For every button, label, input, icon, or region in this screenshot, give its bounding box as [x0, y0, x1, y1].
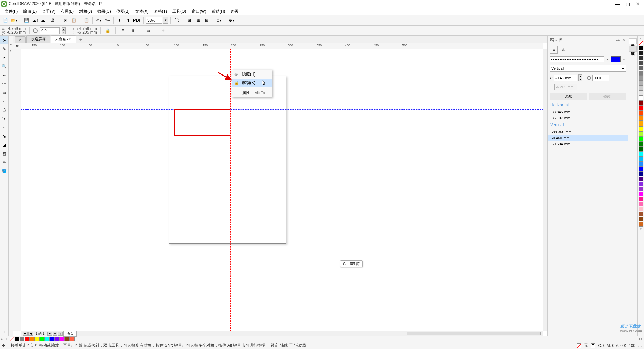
color-swatch[interactable]	[639, 111, 643, 116]
guide-vertical-selected[interactable]	[230, 49, 231, 331]
tab-document[interactable]: 未命名 -1*	[51, 35, 76, 43]
align-icon[interactable]: ⊞	[119, 27, 127, 35]
menu-bitmap[interactable]: 位图(B)	[114, 8, 132, 15]
guide-vertical[interactable]	[174, 49, 174, 331]
tab-welcome[interactable]: 欢迎屏幕	[26, 35, 50, 43]
vtab-guidelines[interactable]: 辅助线	[629, 46, 637, 52]
publish-pdf-icon[interactable]: PDF	[133, 16, 141, 24]
cloud-down-icon[interactable]: ☁↓	[40, 16, 48, 24]
open-icon[interactable]: 📂▾	[10, 16, 18, 24]
color-swatch[interactable]	[639, 126, 643, 131]
paste-icon[interactable]: 📋	[70, 16, 78, 24]
zoom-dropdown-icon[interactable]: ▼	[163, 17, 168, 24]
new-doc-icon[interactable]: 📄	[1, 16, 9, 24]
doc-palette-menu-icon[interactable]: ▸	[1, 337, 3, 341]
color-swatch[interactable]	[639, 136, 643, 141]
color-swatch[interactable]	[639, 146, 643, 151]
page-prev-icon[interactable]: ◀	[28, 332, 33, 336]
color-swatch[interactable]	[639, 76, 643, 81]
tab-add-icon[interactable]: +	[77, 37, 85, 43]
doc-color-swatch[interactable]	[20, 337, 24, 341]
color-swatch[interactable]	[639, 177, 643, 181]
guides-icon[interactable]: ⊟	[203, 16, 211, 24]
horizontal-scrollbar[interactable]: ⏮ ◀ 1 的 1 ▶ ⏭ ＋ 页 1	[21, 331, 543, 336]
color-swatch[interactable]	[639, 81, 643, 86]
zoom-tool-icon[interactable]: 🔍	[0, 62, 8, 70]
lock-icon[interactable]: 🔒	[104, 27, 112, 35]
color-swatch[interactable]	[639, 61, 643, 65]
crop-tool-icon[interactable]: ✂	[0, 54, 8, 62]
close-icon[interactable]: ✕	[633, 1, 643, 7]
color-swatch[interactable]	[639, 91, 643, 96]
ctx-hide[interactable]: 👁 隐藏(H)	[232, 70, 272, 79]
ellipse-tool-icon[interactable]: ○	[0, 97, 8, 105]
color-swatch[interactable]	[639, 207, 643, 211]
page-tab[interactable]: 页 1	[63, 331, 77, 337]
maximize-icon[interactable]: ▢	[623, 1, 633, 7]
menu-text[interactable]: 文本(X)	[132, 8, 151, 15]
fill-tool-icon[interactable]: 🪣	[0, 167, 8, 175]
color-swatch[interactable]	[639, 86, 643, 91]
color-swatch[interactable]	[639, 46, 643, 50]
palette-scroll-up-icon[interactable]: ▲	[640, 37, 642, 40]
fullscreen-icon[interactable]: ⛶	[173, 16, 181, 24]
rotation-input[interactable]	[40, 27, 60, 34]
dropshadow-tool-icon[interactable]: ◪	[0, 141, 8, 149]
doc-palette-scroll-icon[interactable]: ◀ ▶	[638, 337, 643, 340]
cloud-up-icon[interactable]: ☁↑	[31, 16, 39, 24]
ruler-origin-icon[interactable]: ⊕	[13, 43, 21, 49]
color-swatch[interactable]	[639, 182, 643, 186]
menu-table[interactable]: 表格(T)	[151, 8, 170, 15]
flyout-item-icon[interactable]: ▸	[10, 42, 12, 46]
grid-icon[interactable]: ▦	[194, 16, 202, 24]
page-next-icon[interactable]: ▶	[47, 332, 52, 336]
color-swatch[interactable]	[639, 222, 643, 227]
doc-palette-add-icon[interactable]: ＋	[5, 337, 8, 341]
undo-icon[interactable]: ↶▾	[95, 16, 103, 24]
doc-color-swatch[interactable]	[55, 337, 60, 341]
pick-tool-icon[interactable]: ➤	[0, 36, 8, 44]
color-swatch[interactable]	[639, 101, 643, 106]
eyedropper-tool-icon[interactable]: ✏	[0, 158, 8, 166]
no-color-swatch[interactable]	[10, 337, 14, 341]
tab-home-icon[interactable]: ⌂	[15, 36, 26, 43]
doc-color-swatch[interactable]	[45, 337, 50, 341]
page-add-icon[interactable]: ＋	[58, 332, 63, 336]
color-swatch[interactable]	[639, 51, 643, 55]
shape-tool-icon[interactable]: ✎	[0, 45, 8, 53]
rotation-spinner[interactable]: ▲▼	[62, 27, 66, 34]
canvas-viewport[interactable]: ⊕ 150 100 50 0 50 100 150 200 250 300 35…	[13, 43, 547, 336]
dimension-tool-icon[interactable]: ↔	[0, 123, 8, 132]
outline-swatch-icon[interactable]	[591, 343, 595, 348]
menu-edit[interactable]: 编辑(E)	[20, 8, 39, 15]
zoom-input[interactable]	[146, 17, 162, 24]
doc-color-swatch[interactable]	[65, 337, 70, 341]
doc-color-swatch[interactable]	[40, 337, 45, 341]
rectangle-tool-icon[interactable]: ▭	[0, 89, 8, 97]
transparency-tool-icon[interactable]: ▨	[0, 150, 8, 158]
horizontal-ruler[interactable]: 150 100 50 0 50 100 150 200 250 300 350 …	[21, 43, 543, 49]
color-swatch[interactable]	[639, 217, 643, 221]
menu-layout[interactable]: 布局(L)	[58, 8, 76, 15]
color-swatch[interactable]	[639, 212, 643, 216]
add-tool-placeholder-icon[interactable]: ＋	[0, 328, 8, 336]
x-input[interactable]	[554, 75, 577, 81]
guide-item[interactable]: -99.368 mm	[548, 129, 628, 135]
menu-effects[interactable]: 效果(C)	[95, 8, 114, 15]
text-tool-icon[interactable]: 字	[0, 115, 8, 123]
color-swatch[interactable]	[639, 161, 643, 166]
docker-close-icon[interactable]: ✕	[622, 38, 625, 42]
options-icon[interactable]: ⚙▾	[227, 16, 235, 24]
color-swatch[interactable]	[639, 41, 643, 45]
freehand-tool-icon[interactable]: ～	[0, 71, 8, 79]
color-swatch[interactable]	[639, 66, 643, 70]
guide-horizontal[interactable]	[21, 109, 543, 110]
docker-collapse-icon[interactable]: ▸▸	[616, 38, 620, 42]
menu-help[interactable]: 帮助(H)	[209, 8, 228, 15]
vertical-ruler[interactable]	[13, 49, 21, 331]
canvas[interactable]: CH ⌨ 简	[21, 49, 543, 331]
doc-color-swatch[interactable]	[60, 337, 65, 341]
color-swatch[interactable]	[639, 116, 643, 121]
palette-scroll-down-icon[interactable]: ▼	[640, 228, 642, 231]
color-swatch[interactable]	[639, 96, 643, 101]
